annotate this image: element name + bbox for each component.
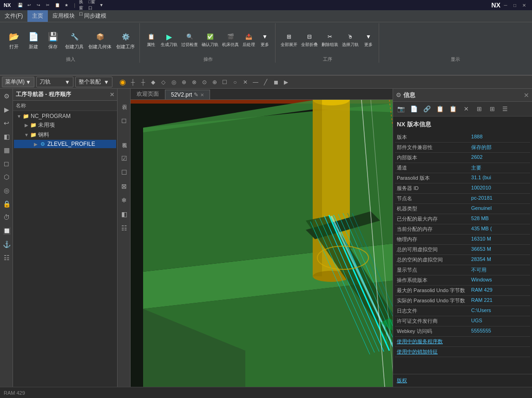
generate-toolpath-btn[interactable]: ▶ 生成刀轨 — [159, 31, 179, 48]
info-menu-btn[interactable]: ☰ — [499, 103, 511, 115]
switch-window-btn[interactable]: 切换窗口 — [79, 1, 86, 9]
rt-toolpath-icon[interactable]: 刀轨 — [118, 90, 131, 113]
dash-icon[interactable]: — — [251, 78, 260, 87]
close-btn[interactable]: ✕ — [520, 1, 528, 9]
create-tool-btn[interactable]: 🔧 创建刀具 — [63, 28, 85, 51]
confirm-toolpath-btn[interactable]: ✅ 确认刀轨 — [200, 31, 220, 48]
menu-sync-modeling[interactable]: 同步建模 — [79, 10, 111, 22]
rect-sidebar-icon[interactable]: 🔲 — [0, 224, 13, 237]
circle-dot-icon[interactable]: ◎ — [169, 78, 178, 87]
menu-applications[interactable]: 应用模块 — [48, 10, 79, 22]
overcut-check-btn[interactable]: 🔍 过切检查 — [180, 31, 199, 48]
arrow-right-icon[interactable]: ▶ — [282, 78, 291, 87]
save-btn[interactable]: 💾 保存 — [44, 28, 62, 51]
split-sidebar-icon[interactable]: ◧ — [0, 130, 13, 143]
rt-star-icon[interactable]: ❄ — [118, 194, 131, 207]
x-icon[interactable]: ✕ — [241, 78, 250, 87]
tree-item-steel[interactable]: ▼ 📁 钢料 — [14, 130, 116, 140]
maximize-btn[interactable]: □ — [511, 1, 519, 9]
rt-lines-icon[interactable]: ☷ — [118, 222, 131, 235]
titlebar: NX 💾 ↩ ↪ ✂ 📋 ★ | 切换窗口 □窗口 ▼ NX ─ □ ✕ — [0, 0, 532, 10]
dot-circle-icon[interactable]: ⊙ — [200, 78, 209, 87]
circle-sidebar-icon[interactable]: ◎ — [0, 184, 13, 197]
menu-file[interactable]: 文件(F) — [0, 10, 27, 22]
machine-sim-btn[interactable]: 🎬 机床仿真 — [221, 31, 240, 48]
tree-item-unused[interactable]: ▶ 📁 未用项 — [14, 120, 116, 130]
navigator-close-icon[interactable]: ✕ — [110, 91, 114, 98]
row-value — [469, 337, 530, 347]
minimize-btn[interactable]: ─ — [501, 1, 510, 9]
menu-btn[interactable]: 菜单(M) ▼ — [2, 77, 34, 87]
select-toolpath-btn[interactable]: 🖱 选择刀轨 — [341, 31, 360, 48]
service-link[interactable]: 使用中的服务程序数 — [397, 339, 443, 344]
diamond-icon[interactable]: ◆ — [149, 78, 158, 87]
undo-sidebar-icon[interactable]: ↩ — [0, 117, 13, 130]
pin-link[interactable]: 使用中的销加特征 — [397, 349, 438, 354]
info-camera-btn[interactable]: 📷 — [395, 103, 407, 115]
cut-icon[interactable]: ✂ — [44, 1, 52, 9]
window-btn[interactable]: □窗口 — [88, 1, 96, 9]
filled-icon[interactable]: ◼ — [271, 78, 281, 87]
table-row: 总的空闲的虚拟空间 28354 M — [395, 255, 530, 265]
create-operation-btn[interactable]: ⚙️ 创建工序 — [114, 28, 137, 51]
rt-uncheck-icon[interactable]: ☐ — [118, 166, 131, 179]
clock-sidebar-icon[interactable]: ⏱ — [0, 211, 13, 224]
collapse-all-btn[interactable]: ⊟ 全部折叠 — [300, 31, 319, 48]
line-icon[interactable]: ╱ — [261, 78, 270, 87]
info-panel-close-btn[interactable]: ✕ — [524, 91, 529, 99]
square-icon[interactable]: ☐ — [220, 78, 230, 87]
toolpath-dropdown[interactable]: 刀轨 ▼ — [36, 77, 73, 87]
diamond-outline-icon[interactable]: ◇ — [159, 78, 168, 87]
assembly-dropdown[interactable]: 整个装配 ▼ — [75, 77, 112, 87]
star-icon[interactable]: ★ — [63, 1, 70, 9]
create-geometry-btn[interactable]: 📦 创建几何体 — [86, 28, 113, 51]
info-close-btn[interactable]: ✕ — [460, 103, 472, 115]
tab-model[interactable]: 52V2.prt ✎ ✕ — [165, 90, 210, 99]
more-btn[interactable]: ▼ — [98, 1, 105, 9]
redo-icon[interactable]: ↪ — [35, 1, 42, 9]
delete-assembly-btn[interactable]: ✂ 删除组装 — [320, 31, 340, 48]
hex-sidebar-icon[interactable]: ⬡ — [0, 170, 13, 183]
oval-icon[interactable]: ○ — [230, 78, 240, 87]
lines-sidebar-icon[interactable]: ☷ — [0, 251, 13, 264]
properties-btn[interactable]: 📋 属性 — [144, 31, 158, 48]
more-sequence-btn[interactable]: ▼ 更多 — [361, 31, 376, 48]
footer-copyright-link[interactable]: 版权 — [397, 378, 407, 383]
circle-view-icon[interactable]: ◉ — [118, 78, 127, 87]
rt-cross-icon[interactable]: ⊠ — [118, 180, 131, 193]
rt-split-icon[interactable]: ◧ — [118, 208, 131, 221]
cross-v-icon[interactable]: ┼ — [138, 78, 148, 87]
menu-home[interactable]: 主页 — [27, 10, 48, 22]
info-expand1-btn[interactable]: ⊞ — [473, 103, 485, 115]
tree-item-nc-program[interactable]: ▼ 📁 NC_PROGRAM — [14, 112, 116, 120]
info-copy1-btn[interactable]: 📋 — [434, 103, 446, 115]
grid-icon[interactable]: ⊕ — [210, 78, 219, 87]
tab-close-icon[interactable]: ✕ — [200, 92, 204, 98]
x-circle-icon[interactable]: ⊗ — [190, 78, 199, 87]
plus-circle-icon[interactable]: ⊕ — [179, 78, 189, 87]
tab-welcome[interactable]: 欢迎页面 — [131, 89, 165, 99]
settings-sidebar-icon[interactable]: ⚙ — [0, 90, 13, 103]
post-process-btn[interactable]: 📤 后处理 — [241, 31, 256, 48]
info-expand2-btn[interactable]: ⊞ — [486, 103, 498, 115]
anchor-sidebar-icon[interactable]: ⚓ — [0, 238, 13, 251]
tree-item-zlevel[interactable]: ▶ ⚙ ZLEVEL_PROFILE — [14, 140, 116, 148]
play-sidebar-icon[interactable]: ▶ — [0, 103, 13, 116]
copy-icon[interactable]: 📋 — [53, 1, 61, 9]
info-link-btn[interactable]: 🔗 — [421, 103, 433, 115]
undo-icon[interactable]: ↩ — [26, 1, 33, 9]
cross-h-icon[interactable]: ┼ — [128, 78, 138, 87]
save-icon[interactable]: 💾 — [16, 1, 24, 9]
lock-sidebar-icon[interactable]: 🔒 — [0, 197, 13, 210]
info-copy2-btn[interactable]: 📋 — [447, 103, 459, 115]
rt-view-icon[interactable]: 视图 — [118, 128, 131, 151]
more-operation-btn[interactable]: ▼ 更多 — [257, 31, 272, 48]
new-btn[interactable]: 📄 新建 — [24, 28, 43, 51]
open-btn[interactable]: 📂 打开 — [5, 28, 23, 51]
box-sidebar-icon[interactable]: ◻ — [0, 157, 13, 170]
info-doc-btn[interactable]: 📄 — [408, 103, 420, 115]
rt-check-icon[interactable]: ☑ — [118, 152, 131, 165]
expand-all-btn[interactable]: ⊞ 全部展开 — [279, 31, 299, 48]
grid-sidebar-icon[interactable]: ▦ — [0, 144, 13, 157]
rt-box-icon[interactable]: ◻ — [118, 114, 131, 127]
